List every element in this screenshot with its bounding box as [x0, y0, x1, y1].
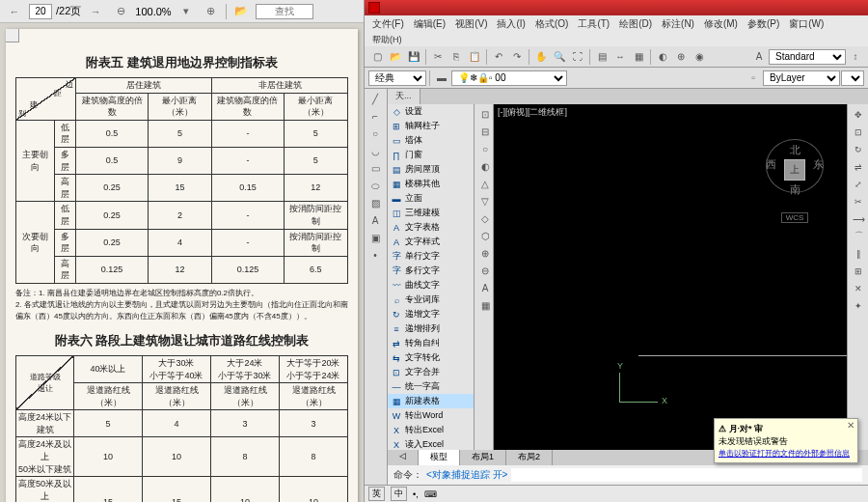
q3-icon[interactable]: ◉ — [691, 48, 708, 66]
palette-item-15[interactable]: ≡递增排列 — [388, 321, 474, 336]
tooltip-close-icon[interactable]: ✕ — [847, 420, 854, 431]
text-icon[interactable]: A — [366, 212, 384, 229]
palette-item-10[interactable]: 字单行文字 — [388, 249, 474, 264]
menu-item-9[interactable]: 参数(P) — [744, 17, 783, 31]
next-page-icon[interactable]: → — [85, 2, 106, 21]
open-icon[interactable]: 📂 — [231, 2, 252, 21]
rotate-icon[interactable]: ↻ — [850, 141, 867, 157]
menu-item-7[interactable]: 标注(N) — [658, 17, 698, 31]
palette-item-17[interactable]: ⇆文字转化 — [388, 350, 474, 365]
ime-kb-icon[interactable]: ⌨ — [424, 489, 437, 499]
trim-icon[interactable]: ✂ — [850, 193, 867, 209]
palette-item-11[interactable]: 字多行文字 — [388, 264, 474, 278]
menu-item-4[interactable]: 格式(O) — [531, 17, 572, 31]
ellipse-icon[interactable]: ⬭ — [366, 178, 384, 194]
prev-page-icon[interactable]: ← — [4, 2, 25, 21]
menu-item-3[interactable]: 插入(I) — [493, 17, 529, 31]
line-icon[interactable]: ╱ — [366, 91, 384, 107]
ime-mode[interactable]: 中 — [391, 487, 407, 501]
dim-icon[interactable]: ↔ — [611, 48, 629, 66]
ime-lang[interactable]: 英 — [368, 487, 385, 501]
viewport-label[interactable]: [-][俯视][二维线框] — [498, 106, 567, 119]
tab-model[interactable]: 模型 — [419, 450, 460, 465]
menu-item-1[interactable]: 编辑(E) — [410, 17, 449, 31]
fillet-icon[interactable]: ⌒ — [850, 228, 867, 244]
zoom-out-icon[interactable]: ⊖ — [110, 2, 131, 21]
palette-item-21[interactable]: W转出Word — [388, 408, 474, 423]
page-input[interactable] — [29, 4, 52, 19]
menu-item-0[interactable]: 文件(F) — [368, 17, 408, 31]
menu-item-2[interactable]: 视图(V) — [451, 17, 491, 31]
palette-item-14[interactable]: ↻递增文字 — [388, 307, 474, 321]
d7-icon[interactable]: ◇ — [476, 210, 494, 227]
undo-icon[interactable]: ↶ — [490, 48, 507, 66]
palette-tab[interactable]: 天... — [388, 89, 420, 104]
rect-icon[interactable]: ▭ — [366, 160, 384, 177]
menu-item-6[interactable]: 绘图(D) — [615, 17, 656, 31]
point-icon[interactable]: • — [366, 247, 384, 264]
new-icon[interactable]: ▢ — [368, 48, 386, 66]
palette-item-2[interactable]: ▭墙体 — [388, 133, 474, 148]
palette-item-3[interactable]: ∏门窗 — [388, 148, 474, 162]
d12-icon[interactable]: ▦ — [476, 297, 494, 314]
palette-item-0[interactable]: ◇设置 — [388, 104, 474, 119]
erase-icon[interactable]: ✕ — [850, 280, 867, 296]
save-icon[interactable]: 💾 — [405, 48, 422, 66]
palette-item-4[interactable]: ▤房间屋顶 — [388, 162, 474, 177]
array-icon[interactable]: ⊞ — [850, 263, 867, 279]
q2-icon[interactable]: ⊕ — [672, 48, 690, 66]
lw-combo[interactable]: — — [841, 70, 864, 86]
zoom-in-icon[interactable]: ⊕ — [201, 2, 222, 21]
arc-icon[interactable]: ◡ — [366, 143, 384, 159]
view-cube[interactable]: 北 西上东 南 WCS — [766, 143, 824, 223]
drawing-canvas[interactable]: [-][俯视][二维线框] 北 西上东 南 WCS X Y — [494, 104, 847, 450]
d2-icon[interactable]: ⊟ — [476, 124, 494, 140]
command-input[interactable] — [511, 468, 862, 482]
palette-item-22[interactable]: X转出Excel — [388, 423, 474, 437]
d10-icon[interactable]: ⊖ — [476, 263, 494, 279]
d4-icon[interactable]: ◐ — [476, 158, 494, 175]
cut-icon[interactable]: ✂ — [429, 48, 447, 66]
color-icon[interactable]: ▫ — [745, 70, 762, 87]
props-icon[interactable]: ▤ — [593, 48, 610, 66]
move-icon[interactable]: ✥ — [850, 106, 867, 123]
table-icon[interactable]: ▦ — [630, 48, 647, 66]
d5-icon[interactable]: △ — [476, 176, 494, 192]
extend-icon[interactable]: ⟶ — [850, 210, 867, 227]
palette-item-13[interactable]: ⌕专业词库 — [388, 293, 474, 307]
pline-icon[interactable]: ⌐ — [366, 108, 384, 125]
classic-combo[interactable]: 经典 — [368, 70, 426, 86]
layer-sel-combo[interactable]: 💡❄🔒▫ 00 — [451, 70, 567, 86]
palette-item-19[interactable]: —统一字高 — [388, 379, 474, 394]
d8-icon[interactable]: ⬡ — [476, 228, 494, 244]
palette-item-6[interactable]: ▬立面 — [388, 191, 474, 206]
menu-item-8[interactable]: 修改(M) — [700, 17, 742, 31]
circle-icon[interactable]: ○ — [366, 126, 384, 142]
palette-item-23[interactable]: X读入Excel — [388, 437, 474, 450]
palette-item-1[interactable]: ⊞轴网柱子 — [388, 119, 474, 133]
open-icon[interactable]: 📂 — [387, 48, 404, 66]
d1-icon[interactable]: ⊡ — [476, 106, 494, 123]
d6-icon[interactable]: ▽ — [476, 193, 494, 209]
layer-icon[interactable]: ▬ — [433, 70, 450, 87]
palette-item-18[interactable]: ⊡文字合并 — [388, 365, 474, 379]
nav-left-icon[interactable]: ◁ — [388, 450, 419, 465]
pdf-document-area[interactable]: 附表五 建筑退用地边界控制指标表 边 距 建 别 居住建筑 非居住建筑 建筑物高… — [0, 23, 364, 502]
paste-icon[interactable]: 📋 — [466, 48, 483, 66]
palette-item-5[interactable]: ▦楼梯其他 — [388, 177, 474, 191]
menu-item-5[interactable]: 工具(T) — [574, 17, 613, 31]
mirror-icon[interactable]: ⇌ — [850, 158, 867, 175]
zoom-icon[interactable]: 🔍 — [551, 48, 568, 66]
ime-punct[interactable]: •, — [413, 489, 419, 499]
offset-icon[interactable]: ‖ — [850, 245, 867, 262]
dimstyle-icon[interactable]: ↕ — [847, 48, 864, 66]
pdf-search-input[interactable] — [256, 4, 313, 19]
redo-icon[interactable]: ↷ — [508, 48, 526, 66]
tooltip-link[interactable]: 单击以验证打开的文件的外部参照信息 — [719, 448, 854, 459]
copy2-icon[interactable]: ⊡ — [850, 124, 867, 140]
block-icon[interactable]: ▣ — [366, 230, 384, 246]
zoom-dropdown-icon[interactable]: ▾ — [176, 2, 197, 21]
bylayer-combo[interactable]: ByLayer — [763, 70, 840, 86]
palette-item-12[interactable]: 〰曲线文字 — [388, 278, 474, 293]
style-combo[interactable]: Standard — [769, 49, 846, 65]
